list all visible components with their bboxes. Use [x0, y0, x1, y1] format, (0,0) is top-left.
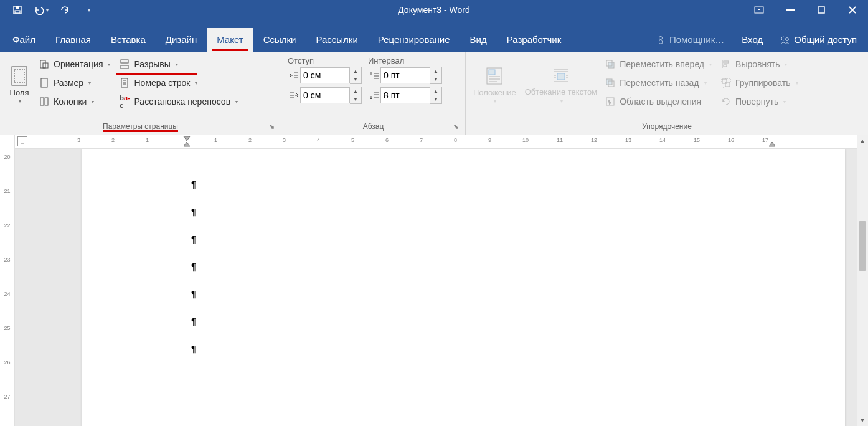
tab-references[interactable]: Ссылки [253, 28, 306, 52]
spacing-label: Интервал [368, 56, 442, 65]
bring-forward-button[interactable]: Переместить вперед▾ [602, 55, 714, 73]
margins-icon [9, 65, 30, 87]
paragraph-mark: ¶ [191, 288, 196, 299]
position-icon [484, 65, 505, 87]
tab-review[interactable]: Рецензирование [368, 28, 460, 52]
svg-point-8 [659, 36, 662, 39]
indent-left[interactable]: ▲▼ [288, 67, 362, 84]
maximize-button[interactable] [806, 0, 837, 20]
hyphenation-icon: ba-c [119, 96, 130, 107]
tab-insert[interactable]: Вставка [101, 28, 156, 52]
svg-rect-59 [722, 79, 727, 83]
indent-left-up[interactable]: ▲ [350, 67, 361, 75]
spacing-before-icon [368, 69, 380, 82]
spacing-after[interactable]: ▲▼ [368, 87, 442, 104]
right-indent-marker[interactable] [768, 136, 776, 147]
orientation-button[interactable]: Ориентация▾ [36, 55, 113, 73]
scroll-thumb[interactable] [859, 221, 866, 271]
tab-view[interactable]: Вид [460, 28, 497, 52]
spacing-after-up[interactable]: ▲ [430, 87, 441, 95]
svg-rect-45 [557, 73, 565, 80]
svg-rect-58 [724, 65, 727, 67]
paragraph-mark: ¶ [191, 179, 196, 189]
paragraph-mark: ¶ [191, 316, 196, 326]
share-button[interactable]: Общий доступ [771, 28, 866, 52]
rotate-button[interactable]: Повернуть▾ [718, 92, 800, 111]
window-title: Документ3 - Word [398, 5, 470, 15]
group-label-pagesetup: Параметры страницы [103, 122, 178, 131]
scroll-up-button[interactable]: ▲ [857, 135, 868, 146]
group-icon [720, 77, 732, 88]
save-button[interactable] [6, 1, 29, 19]
tab-developer[interactable]: Разработчик [497, 28, 571, 52]
line-numbers-button[interactable]: Номера строк▾ [116, 73, 240, 92]
document-canvas[interactable]: ¶ ¶ ¶ ¶ ¶ ¶ ¶ [15, 149, 857, 426]
spacing-before-down[interactable]: ▼ [430, 75, 441, 83]
indent-left-down[interactable]: ▼ [350, 75, 361, 83]
window-controls [743, 0, 868, 20]
group-button[interactable]: Группировать▾ [718, 73, 800, 92]
svg-rect-17 [45, 98, 48, 105]
line-numbers-icon [119, 77, 130, 88]
paragraph-launcher[interactable]: ⬊ [451, 122, 460, 131]
close-button[interactable] [837, 0, 868, 20]
tab-mailings[interactable]: Рассылки [306, 28, 367, 52]
vertical-ruler: 20 21 22 23 24 25 26 27 [0, 135, 15, 426]
signin-button[interactable]: Вход [733, 28, 771, 52]
tab-stop-selector[interactable]: ∟ [17, 136, 27, 146]
ribbon-display-button[interactable] [743, 0, 775, 20]
paragraph-mark: ¶ [191, 343, 196, 354]
pagesetup-launcher[interactable]: ⬊ [267, 122, 276, 131]
indent-right-up[interactable]: ▲ [350, 87, 361, 95]
svg-rect-51 [608, 62, 614, 68]
undo-button[interactable]: ▾ [30, 1, 52, 19]
minimize-button[interactable] [775, 0, 806, 20]
svg-rect-20 [121, 78, 128, 87]
margins-button[interactable]: Поля▾ [4, 55, 35, 115]
spacing-after-down[interactable]: ▼ [430, 95, 441, 103]
spacing-before-up[interactable]: ▲ [430, 67, 441, 75]
tab-home[interactable]: Главная [45, 28, 101, 52]
orientation-icon [39, 59, 50, 70]
paragraph-mark: ¶ [191, 261, 196, 272]
position-button[interactable]: Положение▾ [469, 55, 520, 115]
group-label-paragraph: Абзац [363, 122, 384, 131]
bring-forward-icon [605, 59, 616, 70]
svg-rect-3 [755, 7, 763, 13]
size-button[interactable]: Размер▾ [36, 73, 113, 92]
tab-design[interactable]: Дизайн [156, 28, 207, 52]
selection-pane-button[interactable]: Область выделения [602, 92, 714, 111]
tell-me[interactable]: Помощник… [648, 28, 733, 52]
svg-rect-19 [121, 65, 128, 69]
hyphenation-button[interactable]: ba-cРасстановка переносов▾ [116, 92, 240, 111]
send-backward-button[interactable]: Переместить назад▾ [602, 73, 714, 92]
quick-access-toolbar: ▾ ▾ [0, 1, 100, 19]
breaks-icon [119, 59, 130, 70]
tab-file[interactable]: Файл [2, 28, 45, 52]
vertical-scrollbar[interactable]: ▲ ▼ [857, 135, 868, 426]
svg-rect-1 [16, 6, 19, 9]
qat-customize[interactable]: ▾ [77, 1, 100, 19]
scroll-down-button[interactable]: ▼ [857, 415, 868, 426]
redo-button[interactable] [54, 1, 76, 19]
tab-layout[interactable]: Макет [207, 28, 253, 52]
indent-label: Отступ [288, 56, 362, 65]
spacing-before[interactable]: ▲▼ [368, 67, 442, 84]
svg-point-9 [781, 37, 785, 40]
left-indent-marker[interactable] [183, 136, 191, 147]
group-paragraph: Отступ ▲▼ ▲▼ Интервал ▲▼ ▲▼ Абзац⬊ [281, 52, 466, 135]
send-backward-icon [605, 77, 616, 88]
indent-right[interactable]: ▲▼ [288, 87, 362, 104]
group-page-setup: Поля▾ Ориентация▾ Размер▾ Колонки▾ Разры… [0, 52, 281, 135]
breaks-button[interactable]: Разрывы▾ [116, 55, 197, 73]
svg-rect-61 [722, 78, 730, 87]
wrap-text-button[interactable]: Обтекание текстом▾ [521, 55, 601, 115]
indent-right-down[interactable]: ▼ [350, 95, 361, 103]
columns-button[interactable]: Колонки▾ [36, 92, 113, 111]
page[interactable]: ¶ ¶ ¶ ¶ ¶ ¶ ¶ [82, 149, 845, 426]
paragraph-mark: ¶ [191, 234, 196, 244]
horizontal-ruler[interactable]: ∟ 3 2 1 1 2 3 4 5 6 7 8 9 10 11 12 13 14… [15, 135, 857, 149]
align-button[interactable]: Выровнять▾ [718, 55, 800, 73]
wrap-icon [550, 65, 572, 87]
paragraph-mark: ¶ [191, 206, 196, 217]
